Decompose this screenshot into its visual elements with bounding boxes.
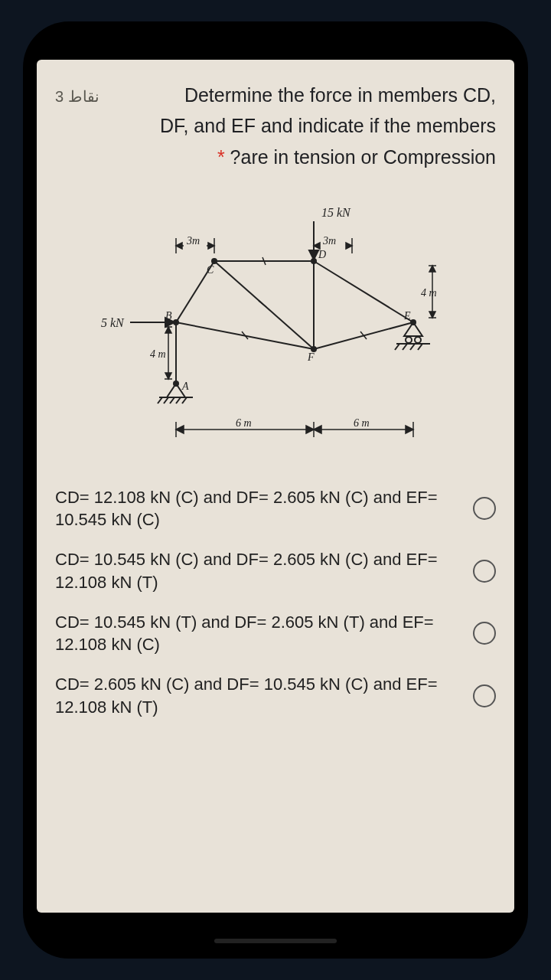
home-indicator bbox=[214, 939, 337, 943]
load-left-label: 5 kN bbox=[101, 316, 125, 329]
option-2-radio[interactable] bbox=[473, 560, 496, 583]
svg-marker-43 bbox=[314, 243, 320, 249]
option-2-text: CD= 10.545 kN (C) and DF= 2.605 kN (C) a… bbox=[55, 548, 459, 593]
svg-marker-53 bbox=[429, 266, 435, 272]
option-1-radio[interactable] bbox=[473, 497, 496, 520]
question-line-2: DF, and EF and indicate if the members bbox=[55, 112, 496, 139]
svg-line-23 bbox=[182, 397, 187, 403]
svg-line-29 bbox=[410, 344, 415, 350]
option-4-radio[interactable] bbox=[473, 684, 496, 707]
svg-line-19 bbox=[158, 397, 162, 403]
option-1-text: CD= 12.108 kN (C) and DF= 2.605 kN (C) a… bbox=[55, 486, 459, 531]
load-top-label: 15 kN bbox=[321, 206, 351, 219]
option-2[interactable]: CD= 10.545 kN (C) and DF= 2.605 kN (C) a… bbox=[55, 548, 496, 593]
truss-svg: 15 kN 5 kN bbox=[92, 185, 459, 468]
svg-marker-48 bbox=[165, 327, 171, 333]
node-e-label: E bbox=[403, 310, 411, 322]
svg-point-25 bbox=[415, 337, 421, 343]
svg-line-28 bbox=[403, 344, 407, 350]
question-header: 3 نقاط Determine the force in members CD… bbox=[55, 81, 496, 171]
svg-marker-62 bbox=[314, 426, 321, 433]
options-list: CD= 12.108 kN (C) and DF= 2.605 kN (C) a… bbox=[55, 486, 496, 719]
points-row: 3 نقاط Determine the force in members CD… bbox=[55, 81, 496, 109]
viewport: 3 نقاط Determine the force in members CD… bbox=[0, 0, 551, 980]
option-3[interactable]: CD= 10.545 kN (T) and DF= 2.605 kN (T) a… bbox=[55, 611, 496, 656]
question-line-1: Determine the force in members CD, bbox=[113, 81, 496, 109]
svg-line-22 bbox=[176, 397, 181, 403]
truss-figure: 15 kN 5 kN bbox=[55, 185, 496, 468]
dim-6m-left: 6 m bbox=[236, 417, 252, 429]
node-a-label: A bbox=[181, 381, 189, 392]
svg-point-13 bbox=[211, 258, 217, 264]
points-badge: 3 نقاط bbox=[55, 87, 99, 106]
dim-4m-right: 4 m bbox=[421, 287, 437, 299]
svg-marker-54 bbox=[429, 312, 435, 318]
option-4-text: CD= 2.605 kN (C) and DF= 10.545 kN (C) a… bbox=[55, 673, 459, 718]
svg-marker-63 bbox=[406, 426, 413, 433]
option-3-text: CD= 10.545 kN (T) and DF= 2.605 kN (T) a… bbox=[55, 611, 459, 656]
option-3-radio[interactable] bbox=[473, 622, 496, 645]
question-line-3: * ?are in tension or Compression bbox=[55, 143, 496, 171]
node-f-label: F bbox=[307, 351, 315, 363]
svg-line-20 bbox=[164, 397, 168, 403]
svg-marker-40 bbox=[208, 243, 214, 249]
node-d-label: D bbox=[318, 249, 326, 260]
svg-marker-44 bbox=[346, 243, 352, 249]
option-4[interactable]: CD= 2.605 kN (C) and DF= 10.545 kN (C) a… bbox=[55, 673, 496, 718]
svg-marker-39 bbox=[176, 243, 182, 249]
required-asterisk: * bbox=[217, 146, 225, 168]
svg-line-27 bbox=[395, 344, 399, 350]
svg-line-21 bbox=[170, 397, 174, 403]
option-1[interactable]: CD= 12.108 kN (C) and DF= 2.605 kN (C) a… bbox=[55, 486, 496, 531]
svg-line-30 bbox=[418, 344, 422, 350]
svg-marker-60 bbox=[176, 426, 184, 433]
dim-4m-left: 4 m bbox=[150, 348, 166, 360]
svg-line-11 bbox=[259, 301, 266, 307]
dim-6m-right: 6 m bbox=[354, 417, 370, 429]
question-line-3-text: ?are in tension or Compression bbox=[230, 146, 496, 168]
node-b-label: B bbox=[165, 310, 172, 322]
svg-line-2 bbox=[314, 261, 413, 322]
screen: 3 نقاط Determine the force in members CD… bbox=[37, 60, 514, 913]
svg-marker-49 bbox=[165, 373, 171, 379]
svg-point-24 bbox=[406, 337, 412, 343]
dim-3m-left: 3m bbox=[186, 235, 200, 247]
dim-3m-right: 3m bbox=[322, 235, 336, 247]
phone-frame: 3 نقاط Determine the force in members CD… bbox=[23, 21, 528, 959]
node-c-label: C bbox=[207, 264, 214, 276]
